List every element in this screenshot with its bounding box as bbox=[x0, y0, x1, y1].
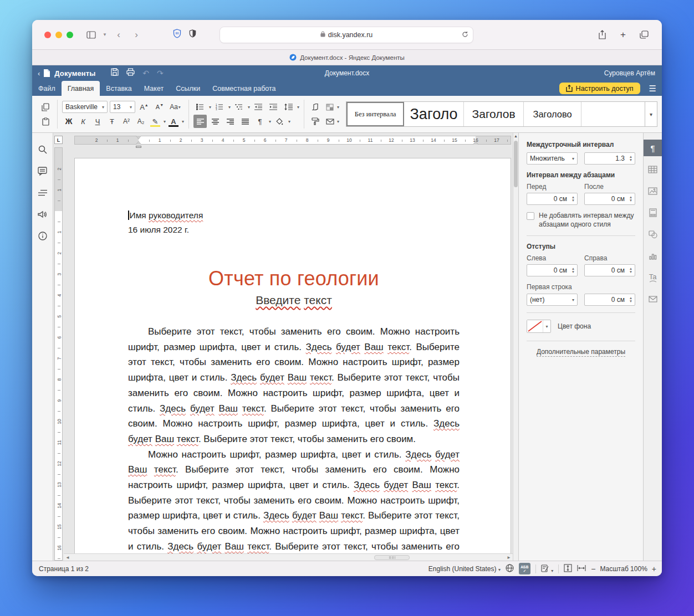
justify-button[interactable] bbox=[238, 115, 252, 128]
format-painter-button[interactable] bbox=[309, 115, 322, 128]
paragraph[interactable]: Можно настроить шрифт, размер шрифта, цв… bbox=[128, 447, 460, 561]
misspelled-word[interactable]: Здесь bbox=[167, 541, 193, 552]
decrease-indent-button[interactable] bbox=[252, 100, 265, 114]
increase-indent-button[interactable] bbox=[267, 100, 280, 114]
right-indent-marker[interactable] bbox=[473, 141, 478, 145]
sidebar-toggle-icon[interactable] bbox=[83, 28, 99, 42]
underline-button[interactable]: Ч bbox=[91, 115, 104, 128]
misspelled-word[interactable]: Ваш bbox=[155, 434, 174, 444]
image-settings-icon[interactable] bbox=[644, 183, 662, 199]
fit-width-icon[interactable] bbox=[577, 564, 586, 573]
misspelled-word[interactable]: текст bbox=[387, 342, 409, 352]
misspelled-word[interactable]: Ваш bbox=[364, 342, 383, 352]
first-line-indent-marker[interactable] bbox=[136, 136, 141, 139]
misspelled-word[interactable]: Здесь bbox=[433, 418, 460, 429]
language-select[interactable]: English (United States) ▾ bbox=[428, 565, 501, 573]
scroll-up-arrow[interactable]: ▲ bbox=[514, 134, 518, 138]
horizontal-scroll-thumb[interactable] bbox=[374, 555, 410, 560]
zoom-window-button[interactable] bbox=[67, 32, 73, 38]
document-canvas[interactable]: Имя руководителя 16 июля 2022 г. Отчет п… bbox=[64, 147, 513, 561]
scroll-right-arrow[interactable]: ► bbox=[507, 555, 511, 560]
misspelled-word[interactable]: будет bbox=[260, 372, 284, 383]
mail-merge-settings-icon[interactable] bbox=[644, 291, 662, 307]
text-art-settings-icon[interactable]: Ta bbox=[644, 269, 662, 286]
background-color-chevron[interactable]: ▾ bbox=[543, 320, 550, 332]
misspelled-word[interactable]: текст bbox=[242, 403, 264, 414]
font-size-select[interactable]: 13▾ bbox=[110, 101, 135, 113]
superscript-button[interactable]: А² bbox=[120, 115, 133, 128]
misspelled-word[interactable]: текст bbox=[341, 510, 363, 521]
track-changes-icon[interactable]: ▾ bbox=[541, 564, 553, 574]
highlight-color-button[interactable]: ✎ bbox=[149, 115, 162, 128]
clear-formatting-button[interactable] bbox=[309, 100, 322, 114]
document-heading[interactable]: Отчет по геологии bbox=[128, 267, 460, 290]
misspelled-word[interactable]: Здесь bbox=[231, 372, 257, 383]
tab-collaboration[interactable]: Совместная работа bbox=[206, 81, 282, 96]
paragraph[interactable]: Выберите этот текст, чтобы заменить его … bbox=[128, 324, 460, 447]
misspelled-word[interactable]: будет bbox=[292, 510, 317, 521]
misspelled-word[interactable]: Здесь bbox=[263, 510, 289, 521]
style-gallery-expand-button[interactable]: ▾ bbox=[645, 101, 657, 127]
mail-merge-button[interactable] bbox=[323, 115, 336, 128]
back-button[interactable]: ‹ bbox=[111, 28, 126, 42]
mail-merge-chevron[interactable]: ▾ bbox=[337, 119, 339, 124]
line-spacing-chevron[interactable]: ▾ bbox=[297, 105, 299, 110]
bullet-list-button[interactable] bbox=[193, 100, 207, 114]
spacing-before-spinner[interactable]: 0 см▲▼ bbox=[527, 193, 578, 205]
close-window-button[interactable] bbox=[44, 32, 51, 38]
misspelled-word[interactable]: Здесь bbox=[354, 480, 380, 490]
minimize-window-button[interactable] bbox=[55, 32, 62, 38]
misspelled-word[interactable]: текст bbox=[177, 434, 198, 444]
strikethrough-button[interactable]: Ŧ bbox=[105, 115, 119, 128]
zoom-in-button[interactable]: + bbox=[652, 564, 656, 573]
document-subtitle[interactable]: Введите текст bbox=[128, 294, 460, 307]
vertical-scroll-thumb[interactable] bbox=[514, 141, 518, 187]
bold-button[interactable]: Ж bbox=[62, 115, 75, 128]
multilevel-list-button[interactable] bbox=[232, 100, 246, 114]
shape-settings-icon[interactable] bbox=[644, 226, 662, 243]
tab-stop-selector[interactable]: L bbox=[54, 136, 63, 144]
first-line-value-spinner[interactable]: 0 см▲▼ bbox=[584, 294, 635, 306]
align-center-button[interactable] bbox=[208, 115, 222, 128]
align-right-button[interactable] bbox=[223, 115, 237, 128]
comments-icon[interactable] bbox=[35, 165, 50, 178]
vertical-scrollbar[interactable]: ▲ bbox=[513, 133, 518, 561]
tab-insert[interactable]: Вставка bbox=[100, 81, 137, 96]
tab-layout[interactable]: Макет bbox=[138, 81, 170, 96]
header-footer-settings-icon[interactable] bbox=[644, 204, 662, 221]
menu-hamburger-icon[interactable]: ☰ bbox=[649, 84, 656, 93]
misspelled-word[interactable]: Ваш bbox=[225, 541, 244, 552]
copy-button[interactable] bbox=[39, 100, 52, 114]
misspelled-word[interactable]: будет bbox=[435, 449, 460, 460]
misspelled-word[interactable]: текст bbox=[247, 541, 269, 552]
privacy-shield-icon[interactable] bbox=[173, 29, 181, 40]
numbered-list-button[interactable]: 123 bbox=[213, 100, 226, 114]
numbered-list-chevron[interactable]: ▾ bbox=[228, 105, 231, 110]
multilevel-list-chevron[interactable]: ▾ bbox=[248, 105, 250, 110]
misspelled-word[interactable]: текст bbox=[310, 372, 331, 383]
zoom-out-button[interactable]: − bbox=[591, 564, 595, 573]
misspelled-word[interactable]: будет bbox=[336, 342, 360, 352]
align-left-button[interactable] bbox=[193, 115, 207, 128]
app-name[interactable]: Документы bbox=[54, 69, 95, 78]
misspelled-word[interactable]: Здесь bbox=[405, 449, 431, 460]
bullet-list-chevron[interactable]: ▾ bbox=[209, 105, 211, 110]
chart-settings-icon[interactable] bbox=[644, 248, 662, 264]
fit-page-icon[interactable] bbox=[564, 564, 572, 574]
extension-shield-icon[interactable] bbox=[189, 29, 196, 40]
change-case-button[interactable]: Aa▾ bbox=[169, 100, 182, 114]
print-icon[interactable] bbox=[126, 68, 135, 78]
misspelled-word[interactable]: Здесь bbox=[160, 403, 186, 414]
tab-overview-icon[interactable] bbox=[636, 28, 652, 42]
tab-home[interactable]: Главная bbox=[62, 81, 100, 96]
font-color-chevron[interactable]: ▾ bbox=[182, 119, 184, 124]
set-language-icon[interactable] bbox=[506, 564, 514, 574]
misspelled-word[interactable]: Ваш bbox=[219, 403, 238, 414]
share-access-button[interactable]: Настроить доступ bbox=[559, 83, 640, 94]
paragraph-shading-chevron[interactable]: ▾ bbox=[288, 119, 290, 124]
tab-file[interactable]: Файл bbox=[32, 81, 62, 96]
misspelled-word[interactable]: Ваш bbox=[128, 464, 147, 475]
horizontal-ruler[interactable]: 211234567891011121314151617 bbox=[74, 136, 511, 145]
tab-references[interactable]: Ссылки bbox=[170, 81, 206, 96]
zoom-level[interactable]: Масштаб 100% bbox=[600, 565, 647, 573]
